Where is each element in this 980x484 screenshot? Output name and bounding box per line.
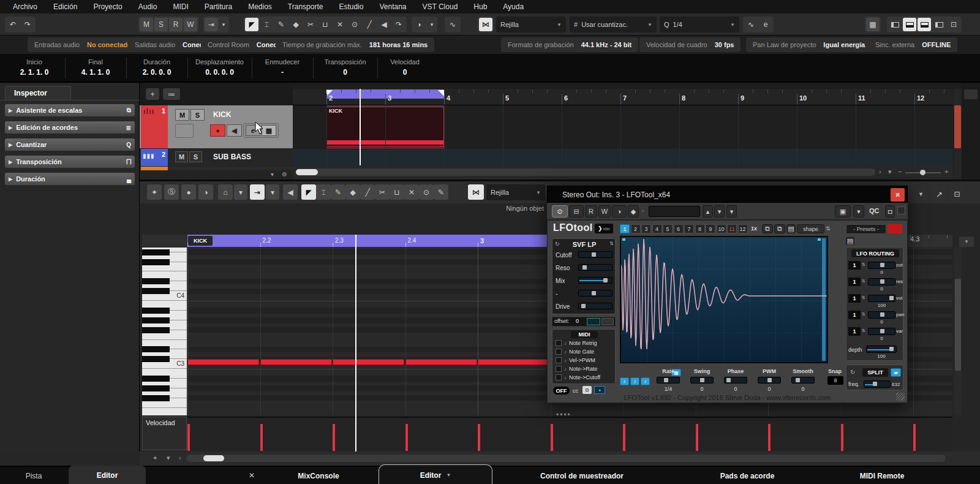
info-final[interactable]: Final4. 1. 1. 0 bbox=[66, 54, 125, 83]
write-automation-button[interactable]: W bbox=[598, 205, 611, 217]
external-window-icon[interactable]: ↗ bbox=[932, 187, 946, 202]
velocity-bar[interactable] bbox=[841, 424, 843, 451]
project-vertical-scrollbar[interactable] bbox=[954, 89, 962, 180]
line-tool-icon[interactable]: ╱ bbox=[360, 184, 375, 200]
midi-option-checkbox[interactable] bbox=[556, 366, 562, 372]
lfo-tab-2[interactable]: 2 bbox=[631, 224, 641, 233]
velocity-bar[interactable] bbox=[405, 424, 408, 451]
quantize-panel-button[interactable]: e bbox=[759, 18, 772, 31]
add-track-button[interactable]: + bbox=[146, 88, 159, 100]
slider-thumb[interactable] bbox=[603, 278, 608, 282]
lfo-tab-12[interactable]: 12 bbox=[738, 224, 748, 233]
redo-icon[interactable]: ↷ bbox=[21, 18, 34, 31]
erase-tool-icon[interactable]: ◆ bbox=[345, 184, 360, 200]
piano-key-black[interactable] bbox=[142, 385, 170, 391]
slider-thumb[interactable] bbox=[880, 329, 884, 333]
editor-clip-chip[interactable]: KICK bbox=[188, 236, 213, 246]
lfo-tab-1[interactable]: 1 bbox=[620, 224, 630, 233]
mute-button[interactable]: M bbox=[175, 151, 188, 162]
offset-graph-button[interactable] bbox=[587, 318, 600, 325]
status-pan-law-de-proyecto[interactable]: Pan Law de proyectoIgual energía bbox=[746, 37, 872, 52]
scroll-right-icon[interactable]: › bbox=[879, 168, 881, 175]
velocity-bar[interactable] bbox=[768, 424, 771, 451]
plugin-functions-dropdown[interactable]: ▼ bbox=[914, 187, 928, 201]
save-shape-icon[interactable]: ▤ bbox=[786, 224, 796, 233]
piano-key-black[interactable] bbox=[142, 376, 170, 382]
qc-checkbox[interactable] bbox=[897, 206, 905, 214]
lfo-tab-9[interactable]: 9 bbox=[706, 224, 715, 233]
menu-archivo[interactable]: Archivo bbox=[5, 0, 45, 13]
zoom-out-icon[interactable]: − bbox=[898, 168, 902, 175]
audition-icon[interactable]: ◀ bbox=[283, 184, 298, 200]
routing-amount-box[interactable]: 1 bbox=[848, 294, 861, 303]
velocity-bar[interactable] bbox=[333, 424, 335, 451]
piano-key-black[interactable] bbox=[142, 278, 170, 284]
previous-preset-icon[interactable]: ▴ bbox=[703, 205, 713, 217]
qc-lock-icon[interactable]: ◘ bbox=[885, 205, 895, 217]
velocity-bar[interactable] bbox=[696, 424, 698, 451]
lfo-tab-4[interactable]: 4 bbox=[652, 224, 662, 233]
midi-note[interactable] bbox=[260, 359, 332, 365]
gear-icon[interactable]: ⚙ bbox=[282, 171, 287, 178]
midi-option-row[interactable]: ♪Note->Rate bbox=[556, 366, 597, 372]
range-tool-icon[interactable]: ⌶ bbox=[316, 184, 331, 200]
ruler-zoom-dropdown[interactable]: ▼ bbox=[959, 236, 974, 247]
inspector-section-duraci-n[interactable]: ▶Duración▄ bbox=[5, 173, 135, 185]
preset-name-field[interactable] bbox=[649, 206, 700, 217]
spinner-icon[interactable]: ⇅ bbox=[862, 312, 865, 317]
glue-tool-icon[interactable]: ⊔ bbox=[390, 184, 404, 200]
swing-icon[interactable]: ∿ bbox=[744, 18, 758, 31]
track-row-sub-bass[interactable]: ▮▮▮2MSSUB BASS bbox=[140, 149, 293, 166]
global-w-button[interactable]: W bbox=[184, 18, 197, 31]
info-transposici-n[interactable]: Transposición0 bbox=[314, 54, 376, 83]
snap-icon[interactable]: ⋈ bbox=[479, 18, 492, 31]
routing-slider-cut[interactable] bbox=[868, 262, 895, 269]
chevron-down-icon[interactable]: ▾ bbox=[428, 18, 436, 31]
routing-amount-box[interactable]: 1 bbox=[848, 311, 861, 319]
freq-slider[interactable] bbox=[864, 380, 891, 388]
midi-option-checkbox[interactable] bbox=[556, 357, 562, 363]
filter-slider-drive[interactable] bbox=[578, 303, 612, 309]
midi-option-row[interactable]: ♪Note->Cutoff bbox=[556, 374, 600, 380]
slider-thumb[interactable] bbox=[889, 296, 894, 300]
slider-thumb[interactable] bbox=[700, 378, 704, 382]
read-automation-button[interactable]: R bbox=[585, 205, 597, 217]
chevron-down-icon[interactable]: ▾ bbox=[167, 454, 170, 462]
spinner-icon[interactable]: ⇅ bbox=[862, 262, 865, 267]
routing-slider-pan[interactable] bbox=[868, 311, 895, 319]
param-slider-swing[interactable] bbox=[690, 377, 714, 384]
slider-thumb[interactable] bbox=[592, 252, 596, 257]
menu-transporte[interactable]: Transporte bbox=[280, 0, 331, 13]
scroll-left-icon[interactable]: ‹ bbox=[179, 454, 181, 461]
velocity-bar[interactable] bbox=[260, 424, 263, 451]
cc-learn-icon[interactable]: ● bbox=[594, 386, 605, 394]
zoom-tool-icon[interactable]: ⊙ bbox=[348, 18, 361, 31]
piano-key-black[interactable] bbox=[142, 259, 170, 265]
paste-shape-icon[interactable]: ⧉ bbox=[774, 224, 785, 233]
snap-value-box[interactable]: 8 bbox=[827, 376, 843, 385]
filter-slider-reso[interactable] bbox=[578, 264, 612, 271]
routing-slider-vol[interactable] bbox=[868, 295, 895, 302]
dotted-icon[interactable]: ♪ bbox=[641, 377, 650, 385]
tab-midi-remote[interactable]: MIDI Remote bbox=[827, 467, 937, 484]
status-formato-de-grabaci-n[interactable]: Formato de grabación44.1 kHz - 24 bit bbox=[501, 37, 638, 52]
grid-type-dropdown[interactable]: Rejilla▼ bbox=[486, 184, 545, 200]
split-power-icon[interactable]: ↻ bbox=[850, 369, 855, 376]
feedback-tool-icon[interactable]: ↷ bbox=[392, 18, 405, 31]
scrollbar-thumb[interactable] bbox=[954, 105, 961, 148]
tab-pista[interactable]: Pista bbox=[0, 467, 67, 484]
chevron-down-icon[interactable]: ▾ bbox=[266, 184, 279, 200]
tab-mixconsole[interactable]: MixConsole bbox=[270, 467, 368, 484]
menu-medios[interactable]: Medios bbox=[240, 0, 280, 13]
menu-proyecto[interactable]: Proyecto bbox=[85, 0, 130, 13]
slider-thumb[interactable] bbox=[873, 382, 877, 386]
close-lower-zone-icon[interactable]: ✕ bbox=[245, 469, 258, 482]
routing-amount-box[interactable]: 1 bbox=[848, 278, 861, 286]
colorize-tool-icon[interactable]: ◗ bbox=[413, 18, 426, 31]
tab-sampler-control[interactable]: Control de muestreador bbox=[499, 467, 665, 484]
snap-icon[interactable]: ⋈ bbox=[468, 184, 484, 200]
slider-thumb[interactable] bbox=[880, 312, 884, 317]
menu-midi[interactable]: MIDI bbox=[165, 0, 196, 13]
audition-tool-icon[interactable]: ◀ bbox=[377, 18, 391, 31]
status-tiempo-de-grabaci-n-m-x[interactable]: Tiempo de grabación máx.181 horas 16 min… bbox=[276, 37, 434, 52]
